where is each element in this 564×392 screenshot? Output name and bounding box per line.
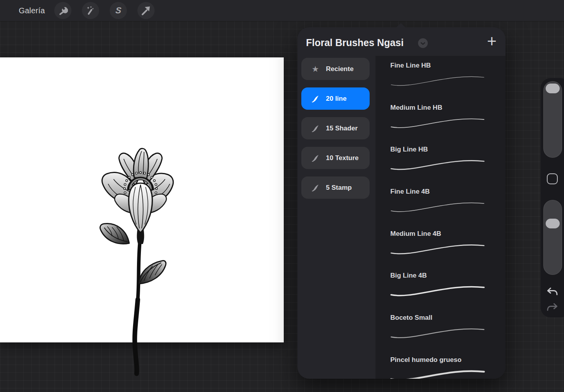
redo-icon bbox=[546, 307, 558, 314]
brush-category-item[interactable]: ★ Reciente bbox=[301, 58, 370, 80]
brush-name: Big Line HB bbox=[390, 146, 428, 153]
brush-name: Boceto Small bbox=[390, 314, 432, 322]
brush-stroke-preview bbox=[389, 323, 487, 343]
adjustments-button[interactable] bbox=[82, 2, 99, 19]
brush-category-label: 20 line bbox=[326, 95, 347, 103]
brush-list-item[interactable]: Big Line 4B bbox=[375, 266, 505, 308]
brush-category-item[interactable]: 20 line bbox=[301, 87, 370, 110]
brush-list-item[interactable]: Medium Line 4B bbox=[375, 224, 505, 266]
brush-size-slider[interactable] bbox=[543, 81, 562, 158]
brush-category-label: 10 Texture bbox=[326, 154, 359, 162]
brush-stroke-preview bbox=[389, 281, 487, 301]
brush-stroke-preview bbox=[389, 155, 487, 175]
brush-list-item[interactable]: Medium Line HB bbox=[375, 98, 505, 140]
brush-category-item[interactable]: 15 Shader bbox=[301, 117, 370, 139]
brush-stroke-preview bbox=[389, 113, 487, 133]
brush-category-label: 15 Shader bbox=[326, 125, 358, 132]
selection-s-icon: S bbox=[115, 5, 121, 16]
brush-name: Medium Line HB bbox=[390, 104, 442, 112]
brush-stroke-preview bbox=[389, 197, 487, 217]
actions-button[interactable] bbox=[54, 2, 71, 19]
brush-category-label: 5 Stamp bbox=[326, 184, 352, 192]
brush-set-title: Floral Brushes Ngasi bbox=[306, 37, 404, 48]
undo-icon bbox=[546, 292, 558, 298]
brush-stroke-preview bbox=[389, 365, 487, 379]
brush-set-dropdown[interactable] bbox=[418, 38, 428, 48]
magic-wand-icon bbox=[85, 5, 96, 16]
brush-category-item[interactable]: 10 Texture bbox=[301, 147, 370, 169]
brush-name: Pincel humedo grueso bbox=[390, 356, 461, 364]
gallery-button[interactable]: Galería bbox=[19, 6, 45, 15]
brush-size-handle[interactable] bbox=[546, 84, 560, 93]
drawing-canvas[interactable] bbox=[0, 57, 284, 342]
brush-list-item[interactable]: Boceto Small bbox=[375, 308, 505, 350]
brush-list-item[interactable]: Big Line HB bbox=[375, 140, 505, 182]
redo-button[interactable] bbox=[546, 303, 558, 313]
add-brush-button[interactable]: + bbox=[482, 32, 501, 51]
brush-list: Fine Line HB Medium Line HB Big Line HB bbox=[375, 56, 505, 379]
brush-stroke-preview bbox=[389, 71, 487, 91]
undo-button[interactable] bbox=[546, 287, 558, 297]
brush-category-list: ★ Reciente 20 line 15 Shader bbox=[301, 58, 370, 199]
brush-list-item[interactable]: Fine Line 4B bbox=[375, 182, 505, 224]
brush-opacity-slider[interactable] bbox=[543, 200, 562, 275]
brush-category-label: Reciente bbox=[326, 65, 354, 73]
procreate-app: Galería S bbox=[0, 0, 564, 392]
transform-button[interactable] bbox=[137, 2, 155, 19]
star-icon: ★ bbox=[311, 65, 320, 73]
brush-library-panel: Floral Brushes Ngasi + ★ Reciente bbox=[297, 27, 505, 379]
wrench-icon bbox=[58, 5, 68, 16]
brush-stroke-icon bbox=[311, 154, 320, 162]
transform-arrow-icon bbox=[141, 5, 151, 16]
brush-stroke-preview bbox=[389, 239, 487, 259]
brush-opacity-handle[interactable] bbox=[546, 219, 560, 228]
top-toolbar: Galería S bbox=[0, 0, 564, 21]
brush-list-item[interactable]: Pincel humedo grueso bbox=[375, 350, 505, 379]
brush-name: Fine Line 4B bbox=[390, 188, 430, 196]
brush-category-item[interactable]: 5 Stamp bbox=[301, 176, 370, 199]
sidebar bbox=[541, 78, 564, 317]
panel-pointer bbox=[396, 23, 406, 28]
flower-artwork bbox=[89, 146, 178, 377]
selection-button[interactable]: S bbox=[110, 2, 127, 19]
brush-name: Fine Line HB bbox=[390, 62, 431, 69]
brush-stroke-icon bbox=[311, 184, 320, 192]
plus-icon: + bbox=[487, 33, 497, 50]
chevron-down-icon bbox=[420, 40, 425, 47]
brush-name: Medium Line 4B bbox=[390, 230, 441, 238]
modify-button[interactable] bbox=[547, 173, 558, 184]
brush-name: Big Line 4B bbox=[390, 272, 427, 280]
brush-list-item[interactable]: Fine Line HB bbox=[375, 56, 505, 98]
brush-stroke-icon bbox=[311, 124, 320, 133]
brush-stroke-icon bbox=[311, 94, 320, 103]
